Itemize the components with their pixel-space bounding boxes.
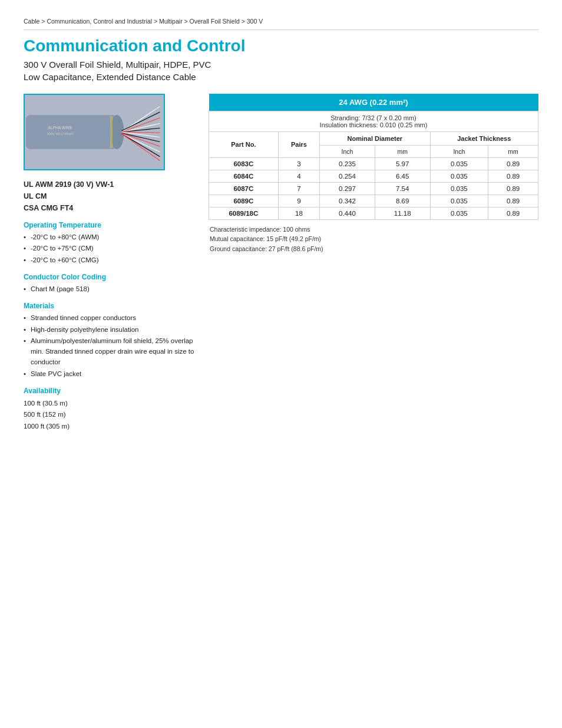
col-jacket: Jacket Thickness [430, 131, 538, 145]
cell-inch: 0.342 [320, 195, 375, 207]
cell-j-inch: 0.035 [430, 182, 488, 195]
col-inch-2: Inch [430, 145, 488, 157]
cell-j-mm: 0.89 [488, 207, 538, 219]
table-stranding-info: Stranding: 7/32 (7 x 0.20 mm) Insulation… [209, 111, 538, 131]
list-item: Stranded tinned copper conductors [24, 313, 194, 324]
cell-pairs: 3 [278, 157, 319, 170]
cell-pairs: 9 [278, 195, 319, 207]
table-body: 6083C 3 0.235 5.97 0.035 0.89 6084C 4 0.… [209, 157, 538, 219]
cell-pairs: 18 [278, 207, 319, 219]
cell-part: 6084C [209, 170, 279, 182]
availability-section: Availability 100 ft (30.5 m) 500 ft (152… [24, 387, 194, 433]
characteristic-info: Characteristic impedance: 100 ohms Mutua… [209, 225, 538, 254]
operating-temp-section: Operating Temperature -20°C to +80°C (AW… [24, 221, 194, 266]
cell-part: 6089C [209, 195, 279, 207]
svg-rect-16 [110, 116, 113, 147]
cell-mm: 6.45 [375, 170, 430, 182]
cell-pairs: 7 [278, 182, 319, 195]
cell-j-inch: 0.035 [430, 157, 488, 170]
cell-inch: 0.235 [320, 157, 375, 170]
list-item: -20°C to +60°C (CMG) [24, 255, 194, 266]
cable-image: ALPHA WIRE 300V MULTIPAIR [24, 94, 165, 170]
col-nom-diam: Nominal Diameter [320, 131, 431, 145]
table-awg-header: 24 AWG (0.22 mm²) [209, 94, 538, 111]
list-item: Chart M (page 518) [24, 284, 194, 295]
operating-temp-heading: Operating Temperature [24, 221, 194, 229]
cell-inch: 0.297 [320, 182, 375, 195]
list-item: -20°C to +75°C (CM) [24, 243, 194, 254]
cell-part: 6089/18C [209, 207, 279, 219]
cell-j-inch: 0.035 [430, 207, 488, 219]
cell-j-mm: 0.89 [488, 195, 538, 207]
page-subtitle: 300 V Overall Foil Shield, Multipair, HD… [24, 58, 538, 83]
conductor-color-list: Chart M (page 518) [24, 284, 194, 295]
left-column: ALPHA WIRE 300V MULTIPAIR UL AWM 2919 (3… [24, 94, 194, 728]
cell-j-mm: 0.89 [488, 157, 538, 170]
cell-part: 6083C [209, 157, 279, 170]
list-item: High-density polyethylene insulation [24, 325, 194, 335]
cell-mm: 8.69 [375, 195, 430, 207]
cell-j-mm: 0.89 [488, 182, 538, 195]
materials-heading: Materials [24, 302, 194, 310]
col-mm-2: mm [488, 145, 538, 157]
svg-text:ALPHA WIRE: ALPHA WIRE [48, 126, 72, 130]
cell-part: 6087C [209, 182, 279, 195]
conductor-color-heading: Conductor Color Coding [24, 273, 194, 281]
cell-j-mm: 0.89 [488, 170, 538, 182]
cell-j-inch: 0.035 [430, 170, 488, 182]
list-item: Slate PVC jacket [24, 369, 194, 380]
cell-inch: 0.254 [320, 170, 375, 182]
table-row: 6084C 4 0.254 6.45 0.035 0.89 [209, 170, 538, 182]
cell-j-inch: 0.035 [430, 195, 488, 207]
cell-pairs: 4 [278, 170, 319, 182]
cell-inch: 0.440 [320, 207, 375, 219]
col-inch-1: Inch [320, 145, 375, 157]
table-row: 6087C 7 0.297 7.54 0.035 0.89 [209, 182, 538, 195]
col-mm-1: mm [375, 145, 430, 157]
svg-text:300V MULTIPAIR: 300V MULTIPAIR [47, 131, 73, 135]
cell-mm: 5.97 [375, 157, 430, 170]
page-title: Communication and Control [24, 36, 538, 56]
table-row: 6083C 3 0.235 5.97 0.035 0.89 [209, 157, 538, 170]
cell-mm: 7.54 [375, 182, 430, 195]
breadcrumb: Cable > Communication, Control and Indus… [24, 18, 538, 30]
col-pairs: Pairs [278, 131, 319, 157]
materials-section: Materials Stranded tinned copper conduct… [24, 302, 194, 380]
spec-table: 24 AWG (0.22 mm²) Stranding: 7/32 (7 x 0… [209, 94, 538, 220]
availability-text: 100 ft (30.5 m) 500 ft (152 m) 1000 ft (… [24, 398, 194, 433]
list-item: Aluminum/polyester/aluminum foil shield,… [24, 336, 194, 367]
table-row: 6089/18C 18 0.440 11.18 0.035 0.89 [209, 207, 538, 219]
materials-list: Stranded tinned copper conductors High-d… [24, 313, 194, 380]
availability-heading: Availability [24, 387, 194, 395]
table-row: 6089C 9 0.342 8.69 0.035 0.89 [209, 195, 538, 207]
right-column: 24 AWG (0.22 mm²) Stranding: 7/32 (7 x 0… [209, 94, 538, 254]
svg-line-10 [122, 133, 160, 146]
certifications: UL AWM 2919 (30 V) VW-1 UL CM CSA CMG FT… [24, 179, 194, 214]
list-item: -20°C to +80°C (AWM) [24, 232, 194, 243]
conductor-color-section: Conductor Color Coding Chart M (page 518… [24, 273, 194, 295]
operating-temp-list: -20°C to +80°C (AWM) -20°C to +75°C (CM)… [24, 232, 194, 266]
col-part-no: Part No. [209, 131, 279, 157]
cell-mm: 11.18 [375, 207, 430, 219]
